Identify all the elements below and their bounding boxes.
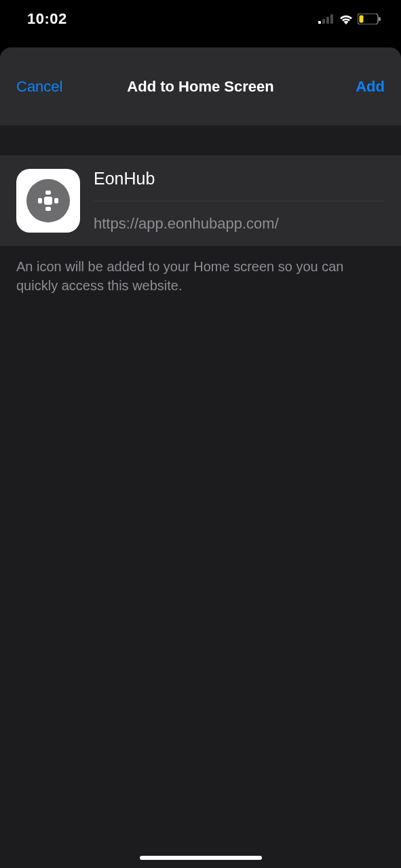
divider [94, 201, 385, 201]
bookmark-name-input[interactable]: EonHub [94, 169, 385, 189]
bookmark-url: https://app.eonhubapp.com/ [94, 214, 385, 233]
home-indicator[interactable] [140, 856, 262, 860]
item-text-container: EonHub https://app.eonhubapp.com/ [94, 169, 385, 233]
modal-sheet: Cancel Add to Home Screen Add EonHub htt… [0, 47, 401, 868]
svg-rect-6 [379, 17, 381, 21]
svg-rect-0 [318, 21, 321, 24]
svg-rect-8 [45, 191, 51, 195]
app-icon-glyph [36, 189, 60, 213]
cellular-icon [318, 14, 335, 24]
add-button[interactable]: Add [356, 78, 385, 96]
svg-rect-11 [54, 198, 58, 203]
battery-icon [358, 14, 381, 24]
svg-rect-1 [322, 19, 325, 24]
svg-rect-2 [326, 17, 329, 24]
svg-rect-7 [44, 197, 52, 205]
description-text: An icon will be added to your Home scree… [0, 246, 401, 306]
svg-rect-9 [45, 207, 51, 211]
status-icons [318, 14, 381, 24]
bookmark-item-row: EonHub https://app.eonhubapp.com/ [0, 155, 401, 246]
app-icon [16, 169, 80, 233]
svg-rect-10 [38, 198, 42, 203]
spacer [0, 125, 401, 155]
status-bar: 10:02 [0, 0, 401, 37]
svg-rect-5 [360, 15, 364, 22]
svg-rect-3 [330, 14, 333, 24]
wifi-icon [339, 14, 354, 24]
cancel-button[interactable]: Cancel [16, 78, 62, 96]
modal-header: Cancel Add to Home Screen Add [0, 47, 401, 125]
status-time: 10:02 [27, 10, 67, 28]
